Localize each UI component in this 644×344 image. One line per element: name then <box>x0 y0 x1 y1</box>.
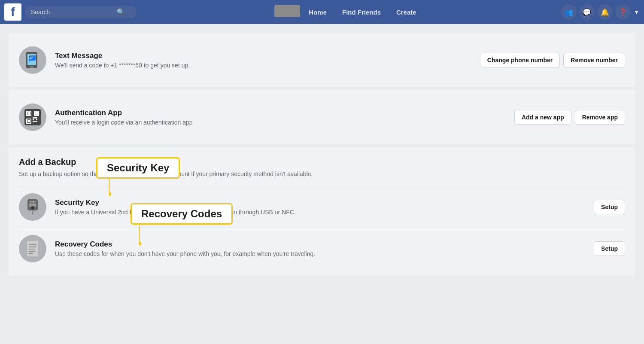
messenger-icon: 💬 <box>583 8 591 16</box>
recovery-codes-info: Recovery Codes Use these codes for when … <box>55 240 594 257</box>
friends-icon: 👥 <box>565 8 573 16</box>
svg-rect-7 <box>30 58 32 59</box>
text-message-section: Text Message We'll send a code to +1 ***… <box>9 33 635 88</box>
nav-home[interactable]: Home <box>302 5 334 19</box>
security-key-item: Security Key If you have a Universal 2nd… <box>19 186 625 228</box>
navbar-center: Home Find Friends Create <box>137 5 561 19</box>
svg-rect-21 <box>36 117 37 119</box>
recovery-codes-callout: Recovery Codes <box>131 203 233 225</box>
svg-rect-38 <box>29 244 36 245</box>
recovery-codes-actions: Setup <box>594 241 625 256</box>
svg-rect-33 <box>31 202 33 204</box>
messenger-icon-btn[interactable]: 💬 <box>579 4 595 20</box>
text-message-info: Text Message We'll send a code to +1 ***… <box>55 52 480 69</box>
svg-point-30 <box>31 207 34 209</box>
text-message-desc: We'll send a code to +1 *******60 to get… <box>55 62 480 69</box>
bell-icon: 🔔 <box>601 8 609 16</box>
recovery-codes-title: Recovery Codes <box>55 240 594 249</box>
nav-find-friends[interactable]: Find Friends <box>335 5 388 19</box>
search-icon[interactable]: 🔍 <box>117 8 125 16</box>
svg-rect-41 <box>29 251 36 252</box>
security-key-callout-box: Security Key <box>96 157 180 179</box>
svg-rect-34 <box>34 202 36 204</box>
svg-rect-32 <box>29 202 30 204</box>
remove-app-button[interactable]: Remove app <box>575 110 625 125</box>
svg-rect-25 <box>36 119 37 120</box>
security-key-callout: Security Key <box>96 157 180 179</box>
friends-icon-btn[interactable]: 👥 <box>561 4 577 20</box>
main-content: Text Message We'll send a code to +1 ***… <box>0 24 644 284</box>
recovery-codes-item: Recovery Codes Use these codes for when … <box>19 228 625 275</box>
svg-point-36 <box>109 192 111 196</box>
recovery-codes-icon <box>19 235 46 262</box>
profile-picture-nav[interactable] <box>274 5 300 17</box>
svg-rect-26 <box>36 121 37 122</box>
recovery-codes-callout-box: Recovery Codes <box>131 203 233 225</box>
svg-rect-12 <box>27 112 30 115</box>
search-bar[interactable]: 🔍 <box>25 6 137 18</box>
svg-rect-15 <box>35 112 38 115</box>
svg-rect-22 <box>33 119 34 120</box>
navbar-right: 👥 💬 🔔 ❓ ▾ <box>561 4 640 20</box>
svg-rect-24 <box>34 121 36 122</box>
svg-point-44 <box>139 241 141 246</box>
svg-rect-6 <box>30 57 33 58</box>
notifications-icon-btn[interactable]: 🔔 <box>597 4 613 20</box>
add-new-app-button[interactable]: Add a new app <box>514 110 571 125</box>
security-key-setup-button[interactable]: Setup <box>594 200 625 214</box>
change-phone-number-button[interactable]: Change phone number <box>480 53 560 67</box>
svg-rect-31 <box>32 210 33 215</box>
text-message-row: Text Message We'll send a code to +1 ***… <box>19 41 625 79</box>
security-key-icon <box>19 193 46 221</box>
help-icon-btn[interactable]: ❓ <box>615 4 631 20</box>
svg-rect-40 <box>29 249 35 250</box>
remove-number-button[interactable]: Remove number <box>563 53 625 67</box>
svg-rect-2 <box>30 67 33 67</box>
auth-app-row: Authentication App You'll receive a logi… <box>19 98 625 136</box>
svg-rect-20 <box>34 117 36 119</box>
auth-app-desc: You'll receive a login code via an authe… <box>55 119 514 126</box>
svg-rect-42 <box>29 253 33 254</box>
svg-rect-39 <box>29 247 36 247</box>
recovery-codes-callout-arrow <box>139 225 173 260</box>
auth-app-section: Authentication App You'll receive a logi… <box>9 90 635 145</box>
search-input[interactable] <box>31 9 117 15</box>
svg-rect-23 <box>33 121 34 122</box>
svg-rect-18 <box>27 120 30 122</box>
svg-rect-19 <box>33 117 34 119</box>
navbar: f 🔍 Home Find Friends Create 👥 💬 🔔 ❓ ▾ <box>0 0 644 24</box>
account-menu-chevron[interactable]: ▾ <box>633 7 640 17</box>
backup-section: Add a Backup Set up a backup option so t… <box>9 147 635 275</box>
svg-rect-5 <box>29 55 36 61</box>
auth-app-title: Authentication App <box>55 109 514 117</box>
recovery-codes-setup-button[interactable]: Setup <box>594 241 625 256</box>
facebook-logo[interactable]: f <box>4 3 21 21</box>
text-message-icon <box>19 46 46 74</box>
nav-create[interactable]: Create <box>389 5 423 19</box>
security-key-actions: Setup <box>594 200 625 214</box>
text-message-title: Text Message <box>55 52 480 60</box>
auth-app-actions: Add a new app Remove app <box>514 110 625 125</box>
auth-app-icon <box>19 104 46 131</box>
recovery-codes-desc: Use these codes for when you don't have … <box>55 250 594 257</box>
auth-app-info: Authentication App You'll receive a logi… <box>55 109 514 126</box>
help-icon: ❓ <box>619 8 627 16</box>
text-message-actions: Change phone number Remove number <box>480 53 625 67</box>
